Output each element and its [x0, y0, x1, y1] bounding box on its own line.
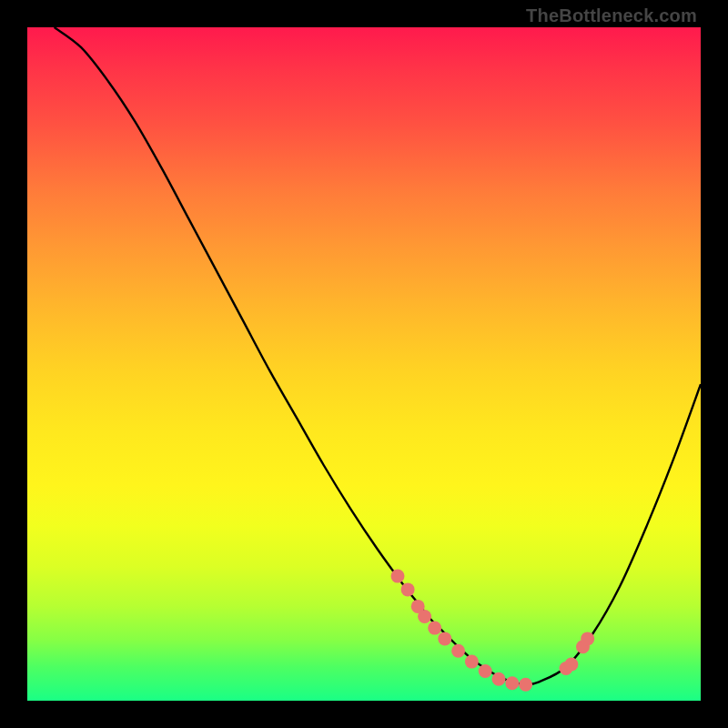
data-point [401, 582, 415, 596]
data-point [492, 672, 506, 686]
data-point [438, 632, 451, 645]
data-point [479, 664, 492, 678]
bottleneck-curve [55, 27, 701, 684]
data-point [428, 622, 441, 635]
plot-area [27, 27, 701, 701]
chart-svg [27, 27, 701, 701]
chart-frame [27, 27, 701, 701]
data-point [581, 632, 594, 645]
data-point [519, 678, 532, 692]
data-point [451, 644, 465, 658]
data-point [465, 655, 479, 669]
data-point [418, 610, 431, 623]
data-point [505, 676, 519, 690]
data-point [391, 570, 405, 583]
watermark-text: TheBottleneck.com [526, 5, 697, 26]
data-point [564, 658, 578, 672]
